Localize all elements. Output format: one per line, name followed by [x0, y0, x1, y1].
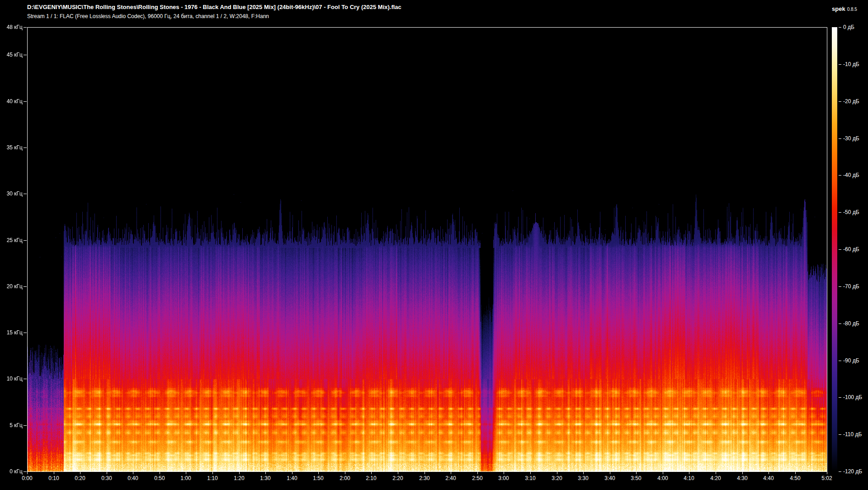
freq-tick [24, 55, 27, 55]
freq-tick [24, 425, 27, 426]
time-tick [663, 472, 663, 474]
db-tick [839, 471, 841, 472]
time-tick-label: 3:00 [493, 475, 514, 481]
time-tick [477, 472, 478, 474]
db-tick [839, 175, 841, 176]
time-tick-label: 1:40 [281, 475, 303, 481]
freq-tick [24, 147, 27, 148]
time-tick-label: 3:30 [572, 475, 594, 481]
freq-tick [24, 194, 27, 194]
app-name: spek [832, 5, 845, 12]
time-tick-label: 0:00 [16, 475, 38, 481]
time-tick-label: 1:10 [202, 475, 223, 481]
time-tick-label: 4:30 [731, 475, 753, 481]
time-tick-label: 2:10 [360, 475, 382, 481]
time-tick-label: 1:00 [175, 475, 197, 481]
time-tick [212, 472, 213, 474]
freq-tick-label: 35 кГц [1, 144, 23, 151]
freq-tick [24, 27, 27, 28]
db-tick-label: -80 дБ [843, 320, 859, 327]
time-tick-label: 2:30 [414, 475, 435, 481]
time-tick [742, 472, 743, 474]
db-tick [839, 138, 841, 139]
db-tick-label: -110 дБ [843, 431, 862, 438]
app-brand: spek0.8.5 [832, 5, 857, 13]
time-tick [425, 472, 425, 474]
time-tick [239, 472, 240, 474]
db-tick [839, 323, 841, 324]
time-tick-label: 1:50 [307, 475, 329, 481]
db-tick-label: -10 дБ [843, 61, 859, 67]
time-tick [557, 472, 557, 474]
time-tick [689, 472, 689, 474]
time-tick [27, 472, 28, 474]
freq-tick-label: 20 кГц [1, 283, 23, 290]
time-tick-label: 4:20 [705, 475, 726, 481]
db-tick-label: -70 дБ [843, 283, 859, 290]
time-tick-label: 3:50 [625, 475, 647, 481]
time-tick [583, 472, 584, 474]
app-version: 0.8.5 [847, 7, 857, 12]
freq-tick-label: 25 кГц [1, 237, 23, 243]
freq-tick-label: 10 кГц [1, 376, 23, 382]
time-tick-label: 4:00 [652, 475, 674, 481]
db-tick [839, 27, 841, 28]
db-tick-label: -120 дБ [843, 468, 862, 475]
time-tick-label: 5:02 [816, 475, 838, 481]
file-path-title: D:\EVGENIY\MUSIC\The Rolling Stones\Roll… [27, 4, 401, 10]
time-tick-label: 4:10 [678, 475, 700, 481]
time-tick-label: 2:50 [467, 475, 488, 481]
db-tick-label: -20 дБ [843, 98, 859, 105]
time-tick-label: 3:20 [546, 475, 568, 481]
db-tick-label: -50 дБ [843, 209, 859, 215]
time-tick [769, 472, 769, 474]
time-tick [716, 472, 716, 474]
db-tick [839, 212, 841, 213]
time-tick [504, 472, 504, 474]
freq-tick-label: 40 кГц [1, 98, 23, 105]
time-tick-label: 2:40 [440, 475, 462, 481]
db-tick-label: -60 дБ [843, 246, 859, 252]
time-tick-label: 1:20 [228, 475, 250, 481]
time-tick [530, 472, 531, 474]
time-tick-label: 2:00 [334, 475, 356, 481]
time-tick [54, 472, 54, 474]
time-tick-label: 0:30 [96, 475, 118, 481]
freq-tick [24, 286, 27, 287]
time-tick-label: 1:30 [255, 475, 276, 481]
freq-tick-label: 45 кГц [1, 52, 23, 58]
freq-tick [24, 471, 27, 472]
db-tick-label: -90 дБ [843, 357, 859, 364]
db-tick [839, 64, 841, 65]
time-tick-label: 4:50 [784, 475, 806, 481]
stream-info: Stream 1 / 1: FLAC (Free Lossless Audio … [27, 13, 269, 19]
freq-tick-label: 0 кГц [1, 468, 23, 475]
db-tick-label: -100 дБ [843, 394, 862, 400]
time-tick [107, 472, 107, 474]
time-tick [345, 472, 345, 474]
freq-tick [24, 333, 27, 333]
time-tick-label: 0:40 [122, 475, 144, 481]
freq-tick-label: 5 кГц [1, 422, 23, 428]
time-tick-label: 0:50 [149, 475, 170, 481]
freq-tick-label: 15 кГц [1, 329, 23, 336]
time-tick-label: 0:10 [43, 475, 65, 481]
time-tick [610, 472, 610, 474]
freq-tick [24, 101, 27, 102]
db-tick [839, 101, 841, 102]
db-tick-label: 0 дБ [843, 24, 854, 30]
db-tick [839, 361, 841, 361]
time-tick [292, 472, 292, 474]
time-tick-label: 0:20 [69, 475, 91, 481]
freq-tick [24, 240, 27, 241]
time-tick [398, 472, 398, 474]
time-tick [133, 472, 133, 474]
time-tick [827, 472, 827, 474]
db-tick [839, 286, 841, 287]
plot-frame [27, 27, 827, 472]
time-tick [318, 472, 319, 474]
db-tick-label: -30 дБ [843, 135, 859, 142]
time-tick [451, 472, 451, 474]
time-tick [636, 472, 637, 474]
db-tick-label: -40 дБ [843, 172, 859, 178]
